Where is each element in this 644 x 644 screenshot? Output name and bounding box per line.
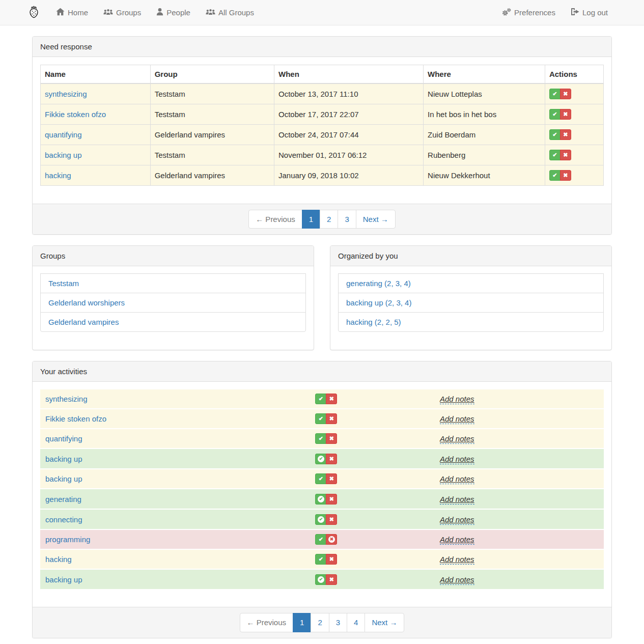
- groups-list: Teststam Gelderland worshipers Gelderlan…: [40, 273, 306, 332]
- decline-button[interactable]: ✖ ✖: [326, 413, 337, 424]
- accept-button[interactable]: ✔: [549, 109, 561, 120]
- pagination-next[interactable]: Next →: [365, 613, 404, 632]
- decline-button[interactable]: ✖: [560, 129, 571, 140]
- decline-button[interactable]: ✖: [560, 89, 571, 99]
- organized-activity-link[interactable]: generating (2, 3, 4): [338, 273, 604, 293]
- decline-button[interactable]: ✖ ✖: [326, 554, 337, 565]
- accept-button[interactable]: ✔ ✔: [315, 514, 326, 525]
- brand-logo[interactable]: [29, 5, 48, 20]
- table-row: hacking Gelderland vampires January 09, …: [41, 165, 604, 186]
- activity-link[interactable]: backing up: [45, 151, 82, 159]
- where-cell: Zuid Boerdam: [424, 125, 545, 145]
- accept-button[interactable]: ✔: [549, 89, 561, 99]
- activity-link[interactable]: Fikkie stoken ofzo: [45, 414, 106, 423]
- activity-link[interactable]: hacking: [45, 171, 71, 180]
- response-button-group: ✔ ✖: [549, 89, 571, 99]
- strawberry-icon: [29, 5, 39, 20]
- add-notes-link[interactable]: Add notes: [440, 434, 474, 444]
- activity-link[interactable]: quantifying: [45, 130, 82, 139]
- accept-button[interactable]: ✔ ✔: [315, 554, 326, 565]
- pagination-page[interactable]: 1: [293, 613, 311, 632]
- accept-button[interactable]: ✔: [549, 129, 561, 140]
- panel-title: Organized by you: [330, 246, 611, 266]
- add-notes-link[interactable]: Add notes: [440, 395, 474, 404]
- pagination-previous[interactable]: ← Previous: [240, 613, 294, 632]
- nav-item-preferences[interactable]: Preferences: [494, 0, 563, 25]
- decline-button[interactable]: ✖ ✖: [326, 514, 337, 525]
- decline-button[interactable]: ✖: [560, 109, 571, 120]
- x-icon: ✖: [329, 436, 334, 441]
- pagination-page[interactable]: 2: [320, 210, 338, 229]
- x-circle-icon: ✖: [328, 536, 335, 543]
- table-row: backing up Teststam November 01, 2017 06…: [41, 145, 604, 165]
- add-notes-link[interactable]: Add notes: [440, 555, 474, 565]
- accept-button[interactable]: ✔ ✔: [315, 394, 326, 404]
- group-link[interactable]: Gelderland vampires: [40, 312, 306, 332]
- nav-item-all-groups[interactable]: All Groups: [198, 0, 262, 25]
- organized-activity-link[interactable]: backing up (2, 3, 4): [338, 293, 604, 313]
- column-header-name: Name: [41, 65, 151, 84]
- where-cell: Rubenberg: [424, 145, 545, 165]
- activity-link[interactable]: connecting: [45, 515, 82, 524]
- decline-button[interactable]: ✖ ✖: [326, 394, 337, 404]
- nav-item-logout[interactable]: Log out: [563, 0, 615, 25]
- decline-button[interactable]: ✖ ✖: [326, 534, 337, 545]
- accept-button[interactable]: ✔ ✔: [315, 574, 326, 585]
- pagination-pages: 1 2 3: [302, 210, 356, 229]
- add-notes-link[interactable]: Add notes: [440, 515, 474, 525]
- accept-button[interactable]: ✔ ✔: [315, 413, 326, 424]
- column-header-group: Group: [150, 65, 274, 84]
- response-button-group: ✔ ✔ ✖ ✖: [315, 574, 337, 585]
- decline-button[interactable]: ✖ ✖: [326, 574, 337, 585]
- pagination-next[interactable]: Next →: [356, 210, 396, 229]
- pagination-page[interactable]: 3: [329, 613, 347, 632]
- accept-button[interactable]: ✔ ✔: [315, 534, 326, 545]
- activity-link[interactable]: hacking: [45, 555, 72, 564]
- decline-button[interactable]: ✖ ✖: [326, 454, 337, 464]
- add-notes-link[interactable]: Add notes: [440, 474, 474, 484]
- activity-link[interactable]: quantifying: [45, 434, 82, 443]
- nav-item-groups[interactable]: Groups: [96, 0, 149, 25]
- where-cell: Nieuw Lotteplas: [424, 83, 545, 104]
- add-notes-link[interactable]: Add notes: [440, 535, 474, 545]
- activity-link[interactable]: programming: [45, 535, 90, 544]
- add-notes-link[interactable]: Add notes: [440, 575, 474, 585]
- pagination-previous[interactable]: ← Previous: [248, 210, 302, 229]
- activity-link[interactable]: backing up: [45, 474, 82, 483]
- nav-item-people[interactable]: People: [149, 0, 198, 25]
- nav-item-home[interactable]: Home: [48, 0, 96, 25]
- response-button-group: ✔ ✔ ✖ ✖: [315, 494, 337, 505]
- decline-button[interactable]: ✖: [560, 150, 571, 160]
- decline-button[interactable]: ✖ ✖: [326, 494, 337, 505]
- pagination-page[interactable]: 3: [338, 210, 356, 229]
- accept-button[interactable]: ✔ ✔: [315, 473, 326, 484]
- add-notes-link[interactable]: Add notes: [440, 414, 474, 424]
- add-notes-link[interactable]: Add notes: [440, 455, 474, 464]
- accept-button[interactable]: ✔: [549, 170, 561, 181]
- organized-activity-link[interactable]: hacking (2, 2, 5): [338, 312, 604, 332]
- response-button-group: ✔ ✔ ✖ ✖: [315, 433, 337, 444]
- pagination-page[interactable]: 2: [311, 613, 329, 632]
- decline-button[interactable]: ✖: [560, 170, 571, 181]
- group-link[interactable]: Teststam: [40, 273, 306, 293]
- group-link[interactable]: Gelderland worshipers: [40, 293, 306, 313]
- check-icon: ✔: [319, 436, 323, 441]
- accept-button[interactable]: ✔ ✔: [315, 494, 326, 505]
- activity-link[interactable]: synthesizing: [45, 90, 87, 98]
- user-icon: [156, 8, 163, 17]
- activity-link[interactable]: synthesizing: [45, 395, 88, 403]
- activity-link[interactable]: backing up: [45, 575, 82, 584]
- activity-link[interactable]: backing up: [45, 455, 82, 463]
- decline-button[interactable]: ✖ ✖: [326, 473, 337, 484]
- accept-button[interactable]: ✔ ✔: [315, 433, 326, 444]
- pagination-page[interactable]: 4: [347, 613, 365, 632]
- nav-item-label: All Groups: [218, 8, 254, 17]
- add-notes-link[interactable]: Add notes: [440, 495, 474, 505]
- pagination-page[interactable]: 1: [302, 210, 320, 229]
- accept-button[interactable]: ✔ ✔: [315, 454, 326, 464]
- decline-button[interactable]: ✖ ✖: [326, 433, 337, 444]
- group-cell: Gelderland vampires: [150, 125, 274, 145]
- accept-button[interactable]: ✔: [549, 150, 561, 160]
- activity-link[interactable]: generating: [45, 495, 81, 503]
- activity-link[interactable]: Fikkie stoken ofzo: [45, 110, 106, 119]
